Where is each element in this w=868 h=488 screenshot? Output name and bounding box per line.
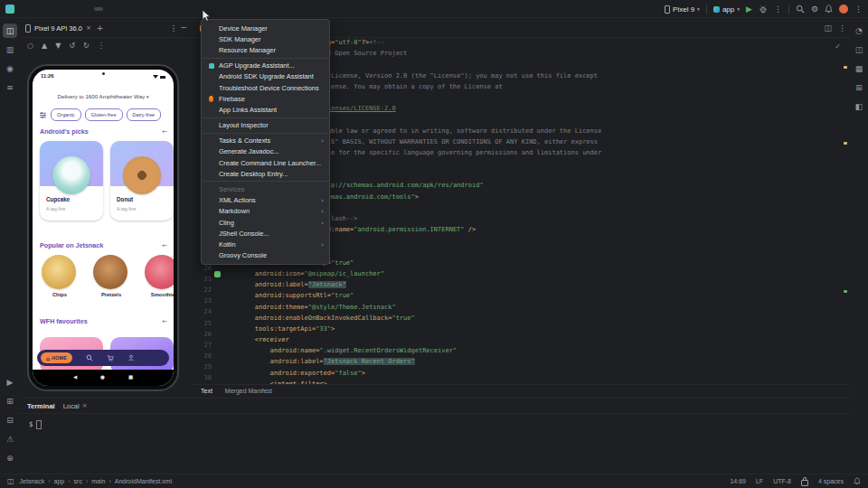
toolwindow-gradle[interactable]: ▦	[852, 61, 866, 76]
code-line[interactable]: 26 android:enableOnBackInvokedCallback="…	[192, 313, 850, 324]
nav-cart-tab[interactable]	[107, 354, 114, 361]
section-arrow-icon[interactable]: ←	[162, 318, 167, 325]
menu-item[interactable]: Groovy Console ›	[202, 250, 329, 261]
menu-item[interactable]: Cling ›	[202, 217, 329, 228]
filter-chip[interactable]: Gluten-free	[85, 108, 123, 121]
notifications-bell-icon[interactable]	[854, 477, 861, 485]
breadcrumb-item[interactable]: Jetsnack	[20, 478, 45, 484]
recents-button[interactable]: ■	[128, 375, 133, 380]
menu-item[interactable]: Services ›	[202, 183, 329, 194]
code-line[interactable]: 23 android:label="Jetsnack"	[192, 279, 850, 290]
section-arrow-icon[interactable]: ←	[162, 242, 167, 249]
toolwindow-structure[interactable]: ≡	[3, 80, 17, 95]
split-editor-icon[interactable]: ◫	[824, 23, 832, 33]
code-line[interactable]: 28 <receiver	[192, 334, 850, 345]
add-device-icon[interactable]: +	[97, 23, 104, 33]
breadcrumb-item[interactable]: AndroidManifest.xml	[105, 478, 172, 484]
emulator-screen[interactable]: 11:26 Delivery to 1600 Amphitheater Way …	[33, 70, 174, 386]
toolwindow-run[interactable]: ▶	[3, 375, 17, 389]
menubar-item[interactable]	[67, 7, 76, 11]
menubar-item[interactable]	[94, 7, 103, 11]
code-line[interactable]: 22 android:icon="@mipmap/ic_launcher"	[192, 268, 850, 279]
menubar-item[interactable]	[31, 7, 40, 11]
menu-item[interactable]: Firebase ›	[202, 93, 329, 104]
menu-item[interactable]: SDK Manager ›	[202, 33, 329, 44]
search-everywhere-icon[interactable]	[796, 5, 805, 14]
notifications-bell-icon[interactable]	[825, 5, 833, 14]
device-tab-label[interactable]: Pixel 9 API 36.0	[34, 24, 82, 33]
caret-position-widget[interactable]: 14:69	[730, 478, 746, 484]
encoding-widget[interactable]: UTF-8	[773, 478, 791, 484]
menubar-item[interactable]	[85, 7, 94, 11]
manifest-view-tab[interactable]: Merged Manifest	[220, 385, 278, 398]
code-line[interactable]: 24 android:supportsRtl="true"	[192, 290, 850, 301]
debug-button[interactable]	[759, 5, 768, 14]
launcher-icon-preview[interactable]	[214, 271, 221, 277]
toolwindow-running-devices[interactable]: ◫	[3, 23, 17, 38]
menu-item[interactable]: Android SDK Upgrade Assistant ›	[202, 71, 329, 82]
toolwindow-commit[interactable]: ◉	[3, 61, 17, 76]
menubar-item[interactable]	[58, 7, 67, 11]
manifest-view-tab[interactable]: Text	[195, 385, 218, 398]
menu-item[interactable]: Create Desktop Entry... ›	[202, 168, 329, 179]
menu-item[interactable]: Markdown ›	[202, 206, 329, 217]
menu-item[interactable]: Kotlin ›	[202, 239, 329, 249]
indent-widget[interactable]: 4 spaces	[818, 478, 844, 484]
nav-profile-tab[interactable]	[127, 354, 135, 361]
toolwindow-problems[interactable]: ⚠	[3, 432, 17, 446]
breadcrumb-item[interactable]: main	[82, 478, 106, 484]
menu-item[interactable]: Resource Manager ›	[202, 44, 329, 55]
terminal-tab[interactable]: Local ×	[63, 402, 88, 410]
toolwindow-app-quality-insights[interactable]: ◧	[852, 99, 866, 114]
close-device-tab-icon[interactable]: ×	[86, 24, 91, 32]
close-terminal-tab-icon[interactable]: ×	[82, 402, 88, 409]
menu-item[interactable]: AGP Upgrade Assistant... ›	[202, 61, 329, 71]
menu-item[interactable]: Layout Inspector ›	[202, 120, 329, 131]
device-rotate-left[interactable]: ↺	[69, 42, 75, 50]
editor-options-icon[interactable]: ⋮	[838, 23, 846, 33]
menu-item[interactable]: Create Command Line Launcher... ›	[202, 157, 329, 168]
toolwindow-version-control[interactable]: ⊕	[3, 451, 17, 465]
device-selector[interactable]: Pixel 9 ▾	[665, 5, 700, 14]
menubar-item[interactable]	[112, 7, 121, 11]
menubar-item[interactable]	[103, 7, 112, 11]
user-avatar[interactable]	[839, 5, 848, 14]
snack-card[interactable]: Donut A tag line	[110, 141, 174, 221]
line-separator-widget[interactable]: LF	[756, 478, 763, 484]
toolwindow-terminal[interactable]: ⊟	[3, 413, 17, 427]
menubar-item[interactable]	[76, 7, 85, 11]
filter-chip[interactable]: Dairy-free	[127, 108, 162, 121]
inspections-ok-icon[interactable]: ✓	[835, 42, 841, 51]
delivery-address[interactable]: Delivery to 1600 Amphitheater Way ▾	[33, 93, 174, 99]
back-button[interactable]: ◀	[73, 375, 77, 380]
nav-home-tab[interactable]: ⌂ HOME	[41, 352, 72, 363]
device-power[interactable]: ○	[27, 42, 33, 50]
code-line[interactable]: 29 android:name=".widget.RecentOrdersWid…	[192, 345, 850, 356]
code-line[interactable]: 25 android:theme="@style/Theme.Jetsnack"	[192, 302, 850, 313]
code-line[interactable]: 27 tools:targetApi="33">	[192, 324, 850, 334]
run-button[interactable]: ▶	[746, 5, 752, 14]
menubar-item[interactable]	[22, 7, 31, 11]
breadcrumb-item[interactable]: app	[44, 478, 64, 484]
code-line[interactable]: 31 android:exported="false">	[192, 368, 850, 379]
menu-item[interactable]: Device Manager ›	[202, 23, 329, 33]
menu-item[interactable]: JShell Console... ›	[202, 228, 329, 239]
breadcrumb-item[interactable]: src	[64, 478, 82, 484]
menu-item[interactable]: Troubleshoot Device Connections ›	[202, 82, 329, 93]
run-configuration-selector[interactable]: app ▾	[713, 5, 740, 14]
terminal-prompt-line[interactable]: $	[29, 420, 850, 429]
nav-search-tab[interactable]	[86, 354, 93, 361]
device-volume-up[interactable]: ▲	[42, 42, 47, 50]
panel-more-icon[interactable]: ⋮	[170, 24, 178, 33]
filter-chip[interactable]: Organic	[51, 108, 81, 121]
toolbar-overflow-icon[interactable]: ⋮	[854, 5, 863, 14]
toolwindow-debug[interactable]: ⊞	[3, 394, 17, 408]
menu-item[interactable]: XML Actions ›	[202, 195, 329, 206]
hide-panel-icon[interactable]: ─	[182, 24, 186, 33]
snack-item[interactable]: Pretzels	[93, 255, 129, 297]
settings-gear-icon[interactable]: ⚙	[811, 5, 818, 14]
menu-item[interactable]: Generate Javadoc... ›	[202, 146, 329, 157]
snack-card[interactable]: Cupcake A tag line	[40, 141, 103, 221]
menu-item[interactable]: Tasks & Contexts ›	[202, 136, 329, 146]
device-rotate-right[interactable]: ↻	[83, 42, 90, 50]
